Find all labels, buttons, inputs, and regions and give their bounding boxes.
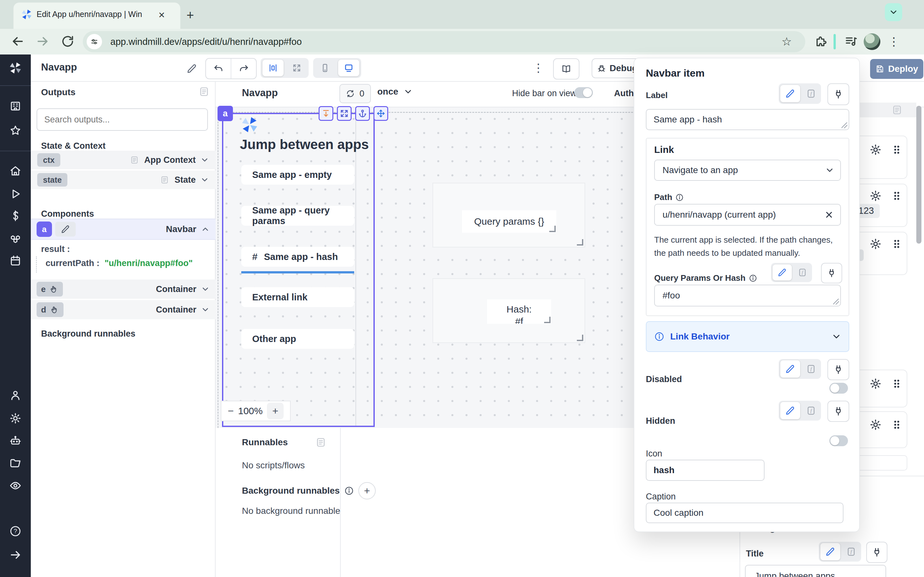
nav-item-external-link[interactable]: External link bbox=[241, 287, 354, 307]
gear-icon[interactable] bbox=[869, 238, 882, 250]
redo-button[interactable] bbox=[231, 59, 256, 79]
resize-grip-icon[interactable] bbox=[833, 299, 839, 305]
fx-editor-icon[interactable] bbox=[798, 268, 807, 277]
output-row-state[interactable]: state State bbox=[31, 171, 216, 189]
media-playlist-icon[interactable] bbox=[845, 35, 858, 48]
link-behavior-box[interactable]: Link Behavior bbox=[646, 321, 849, 352]
icon-field[interactable]: hash bbox=[646, 460, 764, 481]
browser-menu-icon[interactable]: ⋮ bbox=[887, 33, 901, 50]
hidden-connect-button[interactable] bbox=[827, 401, 849, 422]
docs-button[interactable] bbox=[553, 58, 580, 79]
chevron-down-icon[interactable] bbox=[201, 285, 210, 293]
hash-text-box[interactable]: Hash: #f bbox=[487, 300, 551, 324]
rail-apps-icon[interactable] bbox=[9, 100, 21, 112]
navbar-component-selection[interactable] bbox=[222, 113, 375, 427]
rail-variables-icon[interactable] bbox=[9, 210, 21, 222]
gear-icon[interactable] bbox=[869, 419, 882, 431]
rail-users-icon[interactable] bbox=[9, 389, 21, 401]
rail-folders-icon[interactable] bbox=[9, 457, 21, 469]
doc-icon[interactable] bbox=[891, 104, 903, 116]
fx-editor-icon[interactable] bbox=[806, 364, 816, 374]
search-outputs-input[interactable] bbox=[37, 108, 208, 131]
nav-item-same-app-empty[interactable]: Same app - empty bbox=[241, 165, 354, 185]
fx-editor-icon[interactable] bbox=[846, 547, 856, 556]
mobile-view-button[interactable] bbox=[314, 60, 336, 76]
scrollbar-thumb[interactable] bbox=[916, 106, 921, 243]
resize-corner[interactable] bbox=[549, 226, 556, 232]
new-tab-button[interactable]: + bbox=[182, 7, 198, 23]
tab-close-icon[interactable]: ✕ bbox=[155, 9, 168, 21]
resize-grip-icon[interactable] bbox=[842, 122, 847, 128]
fullscreen-layout-button[interactable] bbox=[286, 60, 307, 76]
static-editor-button[interactable] bbox=[772, 264, 792, 280]
qph-connect-button[interactable] bbox=[821, 263, 842, 284]
nav-item-other-app[interactable]: Other app bbox=[241, 329, 354, 349]
bookmark-star-icon[interactable]: ☆ bbox=[782, 35, 792, 48]
rail-home-icon[interactable] bbox=[9, 165, 21, 177]
desktop-view-button[interactable] bbox=[338, 60, 359, 76]
link-kind-select[interactable]: Navigate to an app bbox=[654, 160, 841, 181]
rail-schedules-icon[interactable] bbox=[9, 255, 21, 267]
chevron-down-icon[interactable] bbox=[201, 305, 210, 314]
rail-favorites-icon[interactable] bbox=[9, 124, 21, 137]
component-move-button[interactable] bbox=[373, 106, 388, 121]
url-bar[interactable]: app.windmill.dev/apps/edit/u/henri/navap… bbox=[83, 31, 805, 52]
rail-help-icon[interactable] bbox=[9, 525, 21, 537]
resize-corner[interactable] bbox=[577, 335, 583, 341]
hide-bar-toggle[interactable] bbox=[574, 87, 593, 98]
hash-container[interactable]: Hash: #f bbox=[433, 278, 585, 343]
disabled-toggle[interactable] bbox=[829, 383, 848, 394]
undo-button[interactable] bbox=[206, 59, 231, 79]
back-icon[interactable] bbox=[11, 35, 24, 48]
add-background-runnable-button[interactable]: + bbox=[359, 482, 376, 500]
static-editor-button[interactable] bbox=[780, 85, 800, 102]
rail-expand-icon[interactable] bbox=[9, 549, 21, 561]
drag-handle-icon[interactable] bbox=[891, 143, 903, 156]
gear-icon[interactable] bbox=[869, 190, 882, 202]
rail-resources-icon[interactable] bbox=[9, 232, 21, 244]
disabled-connect-button[interactable] bbox=[827, 359, 849, 380]
run-mode-select[interactable]: once bbox=[377, 87, 413, 97]
component-row-navbar[interactable]: a Navbar bbox=[31, 219, 216, 240]
static-editor-button[interactable] bbox=[821, 543, 840, 560]
centered-layout-button[interactable] bbox=[262, 60, 284, 76]
rail-settings-icon[interactable] bbox=[9, 412, 21, 424]
component-a-badge[interactable]: a bbox=[218, 106, 233, 121]
chevron-up-icon[interactable] bbox=[201, 225, 210, 234]
deploy-button[interactable]: Deploy bbox=[870, 59, 923, 79]
resize-corner[interactable] bbox=[544, 317, 551, 323]
nav-item-same-app-hash[interactable]: # Same app - hash bbox=[241, 247, 354, 267]
runnables-doc-icon[interactable] bbox=[315, 437, 326, 448]
label-connect-button[interactable] bbox=[827, 83, 849, 105]
rail-workers-icon[interactable] bbox=[9, 435, 21, 447]
path-field[interactable]: u/henri/navapp (current app) bbox=[654, 204, 841, 226]
edit-title-pencil-icon[interactable] bbox=[187, 63, 197, 74]
static-editor-button[interactable] bbox=[780, 360, 800, 378]
debug-button[interactable]: Debug bbox=[591, 58, 640, 78]
current-path-row[interactable]: currentPath : "u/henri/navapp#foo" bbox=[45, 258, 193, 268]
gear-icon[interactable] bbox=[869, 143, 882, 156]
rail-audit-icon[interactable] bbox=[9, 480, 21, 492]
hidden-toggle[interactable] bbox=[829, 435, 848, 446]
gear-icon[interactable] bbox=[869, 378, 882, 390]
drag-handle-icon[interactable] bbox=[891, 419, 903, 431]
resize-corner[interactable] bbox=[577, 239, 583, 245]
component-row-d[interactable]: d Container bbox=[31, 300, 216, 319]
component-row-e[interactable]: e Container bbox=[31, 279, 216, 299]
outputs-doc-icon[interactable] bbox=[198, 86, 210, 97]
zoom-in-button[interactable]: + bbox=[267, 403, 284, 419]
clear-x-icon[interactable] bbox=[824, 210, 834, 219]
rail-runs-icon[interactable] bbox=[9, 188, 21, 200]
tab-search-button[interactable] bbox=[885, 3, 902, 21]
zoom-out-button[interactable]: − bbox=[228, 405, 234, 417]
toolbar-menu-icon[interactable]: ⋮ bbox=[531, 60, 545, 76]
title-connect-button[interactable] bbox=[866, 542, 887, 563]
reload-icon[interactable] bbox=[61, 35, 74, 48]
nav-item-same-app-query-params[interactable]: Same app - query params bbox=[241, 206, 354, 226]
chevron-down-icon[interactable] bbox=[200, 155, 209, 164]
rail-windmill-logo-icon[interactable] bbox=[8, 61, 23, 75]
extensions-icon[interactable] bbox=[814, 35, 828, 48]
chevron-down-icon[interactable] bbox=[200, 175, 209, 184]
drag-handle-icon[interactable] bbox=[891, 378, 903, 390]
drag-handle-icon[interactable] bbox=[891, 190, 903, 202]
